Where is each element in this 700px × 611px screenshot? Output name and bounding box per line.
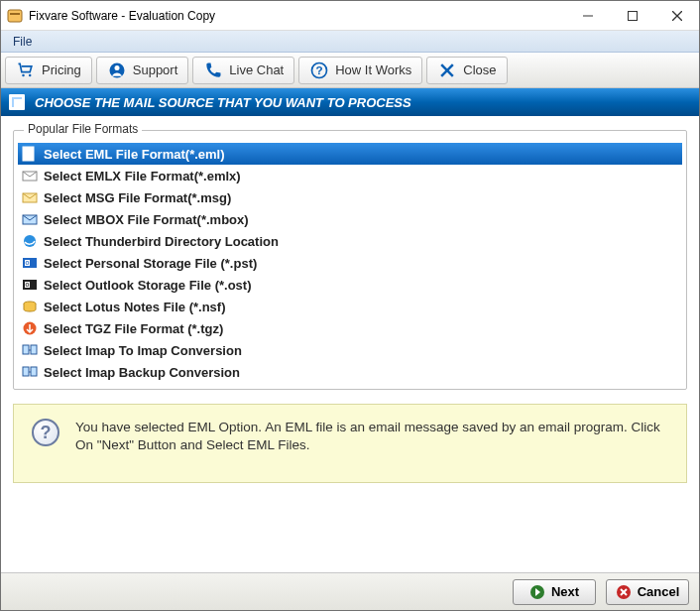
- next-button[interactable]: Next: [513, 579, 596, 605]
- info-icon: ?: [32, 419, 59, 446]
- pricing-button[interactable]: Pricing: [5, 57, 92, 84]
- svg-rect-3: [628, 11, 637, 20]
- format-item-label: Select Outlook Storage File (*.ost): [44, 278, 251, 293]
- livechat-button[interactable]: Live Chat: [192, 57, 294, 84]
- question-icon: ?: [309, 61, 329, 80]
- howitworks-label: How It Works: [335, 62, 411, 77]
- main-panel: Popular File Formats Select EML File For…: [1, 116, 699, 572]
- pst-icon: O: [22, 255, 38, 271]
- window-controls: [565, 1, 699, 30]
- maximize-button[interactable]: [610, 1, 654, 30]
- eml-icon: [22, 146, 38, 162]
- imap-icon: [22, 364, 38, 380]
- svg-rect-31: [23, 367, 29, 376]
- svg-rect-1: [10, 13, 20, 15]
- svg-rect-29: [23, 345, 29, 354]
- emlx-icon: [22, 168, 38, 183]
- cancel-icon: [616, 584, 632, 600]
- mbox-icon: [22, 211, 38, 227]
- format-list: Select EML File Format(*.eml)Select EMLX…: [18, 143, 682, 383]
- svg-rect-30: [31, 345, 37, 354]
- formats-group: Popular File Formats Select EML File For…: [13, 130, 687, 390]
- format-item[interactable]: OSelect Outlook Storage File (*.ost): [18, 274, 682, 296]
- format-item-label: Select Lotus Notes File (*.nsf): [44, 300, 225, 314]
- svg-rect-32: [31, 367, 37, 376]
- cart-icon: [16, 61, 36, 80]
- toolbar: Pricing Support Live Chat ? How It Works…: [1, 53, 699, 88]
- format-item[interactable]: Select Lotus Notes File (*.nsf): [18, 296, 682, 317]
- format-item-label: Select Imap Backup Conversion: [44, 365, 240, 380]
- format-item[interactable]: Select Imap Backup Conversion: [18, 361, 682, 383]
- close-label: Close: [463, 62, 496, 77]
- close-button[interactable]: Close: [426, 57, 507, 84]
- format-item-label: Select EMLX File Format(*.emlx): [44, 169, 241, 183]
- format-item[interactable]: Select TGZ File Format (*.tgz): [18, 317, 682, 339]
- format-item-label: Select Thunderbird Directory Location: [44, 234, 279, 249]
- phone-icon: [203, 61, 223, 80]
- format-item[interactable]: Select MSG File Format(*.msg): [18, 186, 682, 208]
- format-item[interactable]: Select EML File Format(*.eml): [18, 143, 682, 165]
- format-item-label: Select MBOX File Format(*.mbox): [44, 212, 249, 227]
- support-icon: [107, 61, 127, 80]
- imap-icon: [22, 342, 38, 358]
- menu-bar: File: [1, 31, 699, 53]
- section-header: CHOOSE THE MAIL SOURCE THAT YOU WANT TO …: [1, 88, 699, 116]
- window-title: Fixvare Software - Evaluation Copy: [29, 9, 565, 23]
- info-text: You have selected EML Option. An EML fil…: [75, 419, 668, 454]
- minimize-button[interactable]: [565, 1, 610, 30]
- support-label: Support: [133, 62, 178, 77]
- format-item-label: Select EML File Format(*.eml): [44, 147, 225, 162]
- format-item-label: Select Personal Storage File (*.pst): [44, 256, 257, 271]
- document-icon: [9, 94, 25, 110]
- support-button[interactable]: Support: [96, 57, 189, 84]
- format-item[interactable]: Select MBOX File Format(*.mbox): [18, 208, 682, 230]
- formats-group-title: Popular File Formats: [24, 122, 142, 136]
- howitworks-button[interactable]: ? How It Works: [298, 57, 422, 84]
- pricing-label: Pricing: [42, 62, 81, 77]
- ost-icon: O: [22, 277, 38, 293]
- info-box: ? You have selected EML Option. An EML f…: [13, 404, 687, 483]
- close-icon: [437, 61, 457, 80]
- bottom-bar: Next Cancel: [1, 572, 699, 610]
- msg-icon: [22, 189, 38, 205]
- app-window: Fixvare Software - Evaluation Copy File …: [0, 0, 700, 611]
- svg-text:?: ?: [316, 63, 323, 76]
- close-window-button[interactable]: [654, 1, 699, 30]
- title-bar: Fixvare Software - Evaluation Copy: [1, 1, 699, 31]
- arrow-right-icon: [529, 584, 545, 600]
- format-item-label: Select Imap To Imap Conversion: [44, 343, 242, 358]
- format-item[interactable]: Select Imap To Imap Conversion: [18, 339, 682, 361]
- tb-icon: [22, 233, 38, 249]
- nsf-icon: [22, 299, 38, 314]
- svg-rect-16: [25, 153, 32, 154]
- svg-text:O: O: [26, 282, 30, 288]
- format-item-label: Select MSG File Format(*.msg): [44, 190, 231, 205]
- svg-text:O: O: [26, 260, 30, 266]
- app-icon: [7, 8, 23, 24]
- format-item[interactable]: OSelect Personal Storage File (*.pst): [18, 252, 682, 274]
- svg-point-7: [29, 73, 32, 76]
- cancel-label: Cancel: [638, 584, 680, 599]
- svg-point-6: [22, 73, 25, 76]
- section-header-text: CHOOSE THE MAIL SOURCE THAT YOU WANT TO …: [35, 95, 411, 110]
- livechat-label: Live Chat: [229, 62, 284, 77]
- cancel-button[interactable]: Cancel: [606, 579, 689, 605]
- svg-rect-0: [8, 10, 22, 22]
- format-item[interactable]: Select EMLX File Format(*.emlx): [18, 165, 682, 186]
- svg-rect-15: [25, 150, 32, 151]
- format-item-label: Select TGZ File Format (*.tgz): [44, 321, 223, 336]
- next-label: Next: [551, 584, 579, 599]
- menu-file[interactable]: File: [5, 33, 40, 51]
- tgz-icon: [22, 320, 38, 336]
- format-item[interactable]: Select Thunderbird Directory Location: [18, 230, 682, 252]
- svg-point-9: [114, 65, 119, 70]
